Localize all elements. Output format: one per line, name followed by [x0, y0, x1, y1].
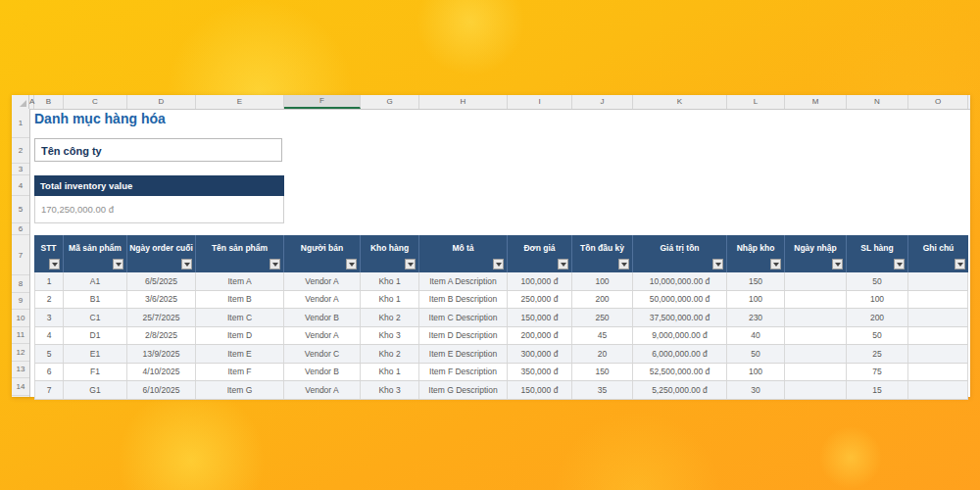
- row-header-3[interactable]: 3: [12, 164, 29, 175]
- table-cell[interactable]: [785, 291, 847, 309]
- table-cell[interactable]: [785, 364, 847, 381]
- table-cell[interactable]: 7: [34, 381, 64, 399]
- row-header-8[interactable]: 8: [12, 275, 29, 293]
- filter-dropdown-icon[interactable]: [712, 259, 723, 270]
- row-header-14[interactable]: 14: [12, 378, 29, 396]
- table-header-cell[interactable]: Tên sản phẩm: [196, 235, 284, 272]
- column-header-n[interactable]: N: [847, 95, 908, 109]
- table-header-cell[interactable]: SL hàng: [847, 235, 908, 272]
- column-header-m[interactable]: M: [785, 95, 847, 109]
- column-header-f[interactable]: F: [284, 95, 361, 109]
- filter-dropdown-icon[interactable]: [493, 259, 504, 270]
- table-cell[interactable]: Item G Description: [419, 381, 508, 399]
- table-cell[interactable]: 5: [34, 345, 64, 363]
- row-header-2[interactable]: 2: [12, 138, 29, 164]
- table-cell[interactable]: 6: [34, 364, 64, 381]
- table-cell[interactable]: 45: [572, 327, 633, 345]
- row-header-6[interactable]: 6: [12, 223, 29, 235]
- filter-dropdown-icon[interactable]: [49, 259, 60, 270]
- table-cell[interactable]: [785, 309, 847, 326]
- table-cell[interactable]: 15: [847, 381, 908, 399]
- filter-dropdown-icon[interactable]: [894, 259, 905, 270]
- table-header-cell[interactable]: STT: [34, 235, 64, 272]
- table-cell[interactable]: Item C: [196, 309, 284, 326]
- table-cell[interactable]: Vendor A: [284, 272, 361, 290]
- filter-dropdown-icon[interactable]: [832, 259, 843, 270]
- table-header-cell[interactable]: Mô tả: [419, 235, 508, 272]
- filter-dropdown-icon[interactable]: [405, 259, 416, 270]
- table-header-cell[interactable]: Ngày nhập: [785, 235, 847, 272]
- table-cell[interactable]: 4: [34, 327, 64, 345]
- column-header-d[interactable]: D: [127, 95, 196, 109]
- table-cell[interactable]: 3: [34, 309, 64, 326]
- table-cell[interactable]: 4/10/2025: [127, 364, 196, 381]
- table-cell[interactable]: Vendor C: [284, 345, 361, 363]
- table-cell[interactable]: 1: [34, 272, 64, 290]
- row-header-12[interactable]: 12: [12, 344, 29, 362]
- table-cell[interactable]: 9,000,000.00 đ: [633, 327, 727, 345]
- table-cell[interactable]: F1: [64, 364, 127, 381]
- table-cell[interactable]: Kho 1: [361, 272, 419, 290]
- column-header-l[interactable]: L: [727, 95, 785, 109]
- table-cell[interactable]: 200: [572, 291, 633, 309]
- filter-dropdown-icon[interactable]: [558, 259, 568, 270]
- table-cell[interactable]: 37,500,000.00 đ: [633, 309, 727, 326]
- column-header-h[interactable]: H: [419, 95, 508, 109]
- table-cell[interactable]: [908, 327, 968, 345]
- table-header-cell[interactable]: Ngày order cuối: [127, 235, 196, 272]
- table-cell[interactable]: 52,500,000.00 đ: [633, 364, 727, 381]
- table-cell[interactable]: B1: [64, 291, 127, 309]
- table-cell[interactable]: 200: [847, 309, 908, 326]
- table-cell[interactable]: 150,000 đ: [508, 381, 572, 399]
- table-cell[interactable]: 5,250,000.00 đ: [633, 381, 727, 399]
- table-cell[interactable]: 6/5/2025: [127, 272, 196, 290]
- table-cell[interactable]: Item A Description: [419, 272, 508, 290]
- table-cell[interactable]: [908, 272, 968, 290]
- column-header-b[interactable]: B: [34, 95, 64, 109]
- table-cell[interactable]: 50: [847, 272, 908, 290]
- table-cell[interactable]: Item B: [196, 291, 284, 309]
- table-cell[interactable]: [908, 291, 968, 309]
- table-cell[interactable]: 6/10/2025: [127, 381, 196, 399]
- table-cell[interactable]: Item D: [196, 327, 284, 345]
- filter-dropdown-icon[interactable]: [955, 259, 965, 270]
- table-cell[interactable]: Vendor A: [284, 291, 361, 309]
- row-header-13[interactable]: 13: [12, 362, 29, 379]
- table-cell[interactable]: 10,000,000.00 đ: [633, 272, 727, 290]
- column-header-c[interactable]: C: [64, 95, 127, 109]
- table-cell[interactable]: [785, 272, 847, 290]
- table-cell[interactable]: 20: [572, 345, 633, 363]
- table-header-cell[interactable]: Ghi chú: [908, 235, 968, 272]
- column-header-o[interactable]: O: [908, 95, 968, 109]
- table-cell[interactable]: 100: [727, 291, 785, 309]
- table-header-cell[interactable]: Giá trị tồn: [633, 235, 727, 272]
- table-cell[interactable]: 100: [572, 272, 633, 290]
- table-cell[interactable]: 150: [727, 272, 785, 290]
- table-cell[interactable]: 30: [727, 381, 785, 399]
- filter-dropdown-icon[interactable]: [770, 259, 781, 270]
- row-header-9[interactable]: 9: [12, 293, 29, 311]
- filter-dropdown-icon[interactable]: [618, 259, 629, 270]
- table-cell[interactable]: Vendor B: [284, 364, 361, 381]
- row-header-4[interactable]: 4: [12, 175, 29, 196]
- table-header-cell[interactable]: Đơn giá: [508, 235, 572, 272]
- table-cell[interactable]: 25/7/2025: [127, 309, 196, 326]
- filter-dropdown-icon[interactable]: [270, 259, 280, 270]
- table-cell[interactable]: D1: [64, 327, 127, 345]
- table-cell[interactable]: 50,000,000.00 đ: [633, 291, 727, 309]
- table-cell[interactable]: 230: [727, 309, 785, 326]
- table-cell[interactable]: Vendor A: [284, 381, 361, 399]
- table-cell[interactable]: 40: [727, 327, 785, 345]
- table-cell[interactable]: [908, 364, 968, 381]
- table-cell[interactable]: Item C Description: [419, 309, 508, 326]
- table-header-cell[interactable]: Nhập kho: [727, 235, 785, 272]
- table-cell[interactable]: 13/9/2025: [127, 345, 196, 363]
- table-cell[interactable]: 50: [727, 345, 785, 363]
- table-cell[interactable]: 2: [34, 291, 64, 309]
- table-cell[interactable]: 3/6/2025: [127, 291, 196, 309]
- table-cell[interactable]: Kho 2: [361, 345, 419, 363]
- table-cell[interactable]: 100,000 đ: [508, 272, 572, 290]
- table-cell[interactable]: Kho 3: [361, 381, 419, 399]
- table-cell[interactable]: Item B Description: [419, 291, 508, 309]
- table-cell[interactable]: E1: [64, 345, 127, 363]
